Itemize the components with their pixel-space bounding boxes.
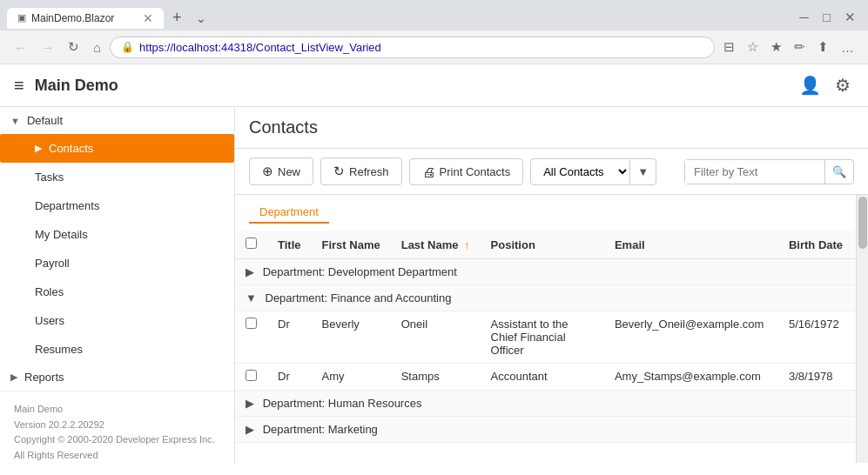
sidebar-group-default-header[interactable]: ▼ Default: [0, 107, 234, 134]
sidebar-item-mydetails[interactable]: My Details: [0, 220, 234, 249]
select-all-checkbox[interactable]: [246, 238, 257, 249]
sidebar-item-contacts-label: Contacts: [49, 142, 93, 155]
footer-copyright: Copyright © 2000-2020 Developer Express …: [14, 432, 220, 448]
reader-view-button[interactable]: ⊟: [718, 36, 740, 58]
expand-arrow-marketing-icon[interactable]: ▶: [246, 423, 254, 436]
sidebar-item-users[interactable]: Users: [0, 306, 234, 335]
filter-dropdown[interactable]: All Contacts My Contacts ▼: [530, 158, 656, 185]
grid-table: Title First Name Last Name ↑ Position Em…: [235, 231, 856, 443]
col-checkbox: [235, 231, 267, 259]
page-content: Contacts ⊕ New ↻ Refresh 🖨 Print Contact…: [235, 107, 868, 463]
share-button[interactable]: ⬆: [812, 36, 834, 58]
group-arrow-icon: ▼: [10, 116, 20, 126]
refresh-button[interactable]: ↻ Refresh: [320, 157, 402, 185]
tab-overflow-button[interactable]: ⌄: [191, 8, 212, 29]
browser-nav-actions: ⊟ ☆ ★ ✏ ⬆ …: [718, 36, 859, 58]
row-checkbox[interactable]: [246, 318, 257, 329]
sidebar-item-roles[interactable]: Roles: [0, 278, 234, 306]
filter-select[interactable]: All Contacts My Contacts: [531, 159, 629, 184]
reload-button[interactable]: ↻: [63, 36, 84, 58]
forward-button[interactable]: →: [36, 37, 59, 58]
search-button[interactable]: 🔍: [824, 160, 853, 184]
row-title-cell: Dr: [267, 311, 312, 364]
new-label: New: [278, 165, 300, 178]
row-checkbox-cell: [235, 311, 267, 364]
sort-arrow-icon: ↑: [464, 238, 470, 251]
grid-body: ▶ Department: Development Department ▼ D…: [235, 259, 856, 443]
back-button[interactable]: ←: [9, 37, 32, 58]
sidebar-item-roles-label: Roles: [35, 285, 64, 298]
col-birthdate: Birth Date: [778, 231, 856, 259]
footer-app-name: Main Demo: [14, 402, 220, 418]
new-tab-button[interactable]: +: [167, 5, 187, 30]
sidebar-item-resumes[interactable]: Resumes: [0, 335, 234, 364]
grid-header: Title First Name Last Name ↑ Position Em…: [235, 231, 856, 259]
print-contacts-button[interactable]: 🖨 Print Contacts: [409, 158, 524, 185]
scrollbar-thumb[interactable]: [858, 197, 867, 249]
sidebar-item-tasks[interactable]: Tasks: [0, 163, 234, 191]
page-header: Contacts: [235, 107, 868, 149]
sidebar-item-departments[interactable]: Departments: [0, 191, 234, 220]
expand-arrow-development-icon[interactable]: ▶: [246, 265, 254, 278]
sidebar-item-departments-label: Departments: [35, 199, 99, 212]
sidebar-item-tasks-label: Tasks: [35, 171, 64, 184]
sidebar-group-reports: ▶ Reports: [0, 364, 234, 391]
more-button[interactable]: …: [836, 36, 859, 58]
minimize-button[interactable]: ─: [794, 6, 814, 29]
sidebar-item-contacts[interactable]: ▶ Contacts: [0, 134, 234, 163]
row-birthdate-cell: 3/8/1978: [778, 364, 856, 391]
lock-icon: 🔒: [121, 41, 134, 53]
dept-row-marketing[interactable]: ▶ Department: Marketing: [235, 417, 856, 443]
table-row: Dr Amy Stamps Accountant Amy_Stamps@exam…: [235, 364, 856, 391]
footer-version: Version 20.2.2.20292: [14, 418, 220, 433]
pen-button[interactable]: ✏: [789, 36, 811, 58]
active-tab: ▣ MainDemo.Blazor ✕: [7, 8, 164, 29]
sidebar: ▼ Default ▶ Contacts Tasks Departments M…: [0, 107, 235, 463]
dept-row-development[interactable]: ▶ Department: Development Department: [235, 259, 856, 285]
browser-tabs: ▣ MainDemo.Blazor ✕ + ⌄ ─ □ ✕: [0, 0, 868, 30]
row-email-cell: Beverly_Oneil@example.com: [604, 311, 778, 364]
app-container: ≡ Main Demo 👤 ⚙ ▼ Default ▶ Contacts Tas…: [0, 64, 868, 463]
col-lastname[interactable]: Last Name ↑: [391, 231, 481, 259]
hamburger-button[interactable]: ≡: [14, 76, 24, 96]
dept-marketing-label: Department: Marketing: [263, 423, 378, 436]
bookmark-button[interactable]: ☆: [742, 36, 764, 58]
dept-row-hr[interactable]: ▶ Department: Human Resources: [235, 391, 856, 417]
tab-title: MainDemo.Blazor: [31, 12, 138, 24]
maximize-button[interactable]: □: [818, 6, 836, 29]
department-tab[interactable]: Department: [249, 202, 329, 224]
sidebar-footer: Main Demo Version 20.2.2.20292 Copyright…: [0, 391, 234, 463]
dept-row-finance[interactable]: ▼ Department: Finance and Accounting: [235, 285, 856, 311]
row-title-cell: Dr: [267, 364, 312, 391]
row-position-cell: Assistant to the Chief Financial Officer: [481, 311, 604, 364]
row-email-cell: Amy_Stamps@example.com: [604, 364, 778, 391]
dept-development-label: Department: Development Department: [263, 265, 457, 278]
app-title: Main Demo: [35, 77, 796, 95]
footer-rights: All Rights Reserved: [14, 448, 220, 463]
tab-close-button[interactable]: ✕: [143, 12, 153, 24]
sidebar-item-payroll[interactable]: Payroll: [0, 249, 234, 278]
search-input[interactable]: [685, 160, 824, 184]
home-button[interactable]: ⌂: [88, 37, 106, 58]
row-checkbox[interactable]: [246, 370, 257, 381]
row-position-cell: Accountant: [481, 364, 604, 391]
user-account-button[interactable]: 👤: [796, 71, 824, 99]
browser-nav: ← → ↻ ⌂ 🔒 ⊟ ☆ ★ ✏ ⬆ …: [0, 30, 868, 64]
lastname-col-label: Last Name: [401, 238, 459, 251]
refresh-label: Refresh: [349, 165, 389, 178]
new-button[interactable]: ⊕ New: [249, 157, 313, 185]
expand-arrow-hr-icon[interactable]: ▶: [246, 397, 254, 410]
tab-favicon: ▣: [17, 12, 26, 23]
scrollbar-track[interactable]: [856, 195, 868, 463]
page-title: Contacts: [249, 117, 854, 137]
expand-arrow-finance-icon[interactable]: ▼: [246, 291, 257, 304]
dept-finance-label: Department: Finance and Accounting: [266, 291, 452, 304]
url-input[interactable]: [139, 41, 703, 54]
sidebar-group-reports-header[interactable]: ▶ Reports: [0, 364, 234, 391]
collections-button[interactable]: ★: [765, 36, 787, 58]
col-firstname[interactable]: First Name: [312, 231, 391, 259]
browser-chrome: ▣ MainDemo.Blazor ✕ + ⌄ ─ □ ✕ ← → ↻ ⌂ 🔒 …: [0, 0, 868, 64]
settings-button[interactable]: ⚙: [831, 71, 854, 99]
close-window-button[interactable]: ✕: [839, 6, 861, 29]
dropdown-arrow-icon[interactable]: ▼: [629, 160, 656, 184]
